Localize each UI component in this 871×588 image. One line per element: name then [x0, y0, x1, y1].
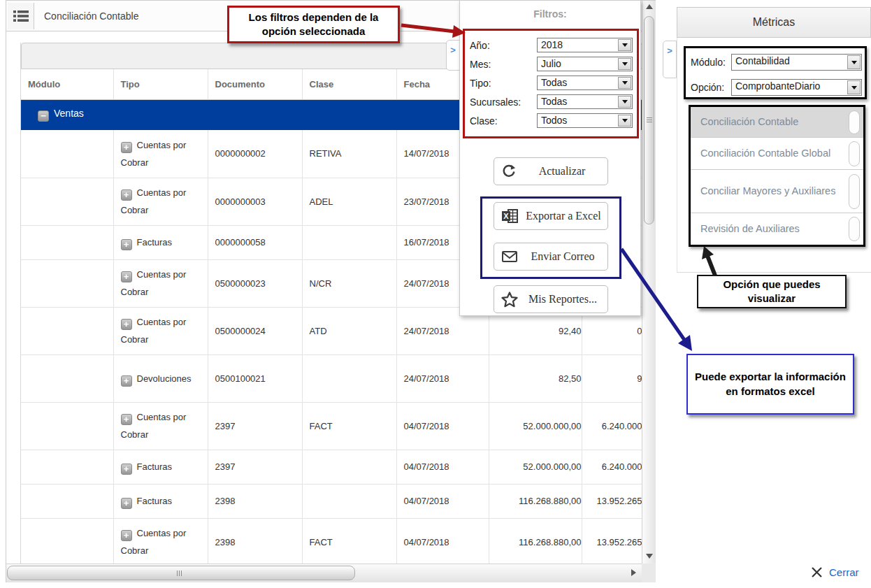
callout-filters: Los filtros dependen de la opción selecc…	[227, 6, 400, 43]
collapse-icon[interactable]	[38, 110, 49, 122]
cell-monto2: 6.240.000	[589, 461, 642, 472]
expand-icon[interactable]	[121, 464, 132, 475]
filter-row-anio: Año: 2018	[470, 36, 633, 55]
close-icon	[811, 566, 823, 578]
table-row[interactable]: Cuentas por Cobrar 2397 FACT 04/07/2018 …	[21, 402, 642, 450]
list-icon	[13, 10, 29, 22]
dropdown-arrow-icon[interactable]	[618, 115, 631, 127]
module-select[interactable]: Contabilidad	[731, 54, 862, 71]
cell-fecha: 04/07/2018	[396, 484, 489, 518]
excel-icon: X	[501, 208, 519, 224]
scroll-right-button[interactable]	[631, 569, 636, 576]
col-header-documento[interactable]: Documento	[208, 69, 302, 99]
item-scroll-handle[interactable]	[849, 110, 860, 134]
clase-select[interactable]: Todos	[537, 113, 633, 128]
cell-monto2: 13.952.265	[589, 537, 642, 547]
scroll-up-button[interactable]	[645, 2, 654, 11]
cell-monto1: 52.000.000,00	[489, 450, 582, 484]
cell-clase: ATD	[302, 307, 396, 354]
table-row[interactable]: Facturas 2398 04/07/2018 116.268.880,00 …	[21, 484, 642, 518]
list-item-revision-auxiliares[interactable]: Revisión de Auxiliares	[691, 213, 863, 245]
close-button[interactable]: Cerrar	[811, 563, 859, 581]
module-row: Módulo: Contabilidad	[691, 52, 862, 72]
vertical-scrollbar[interactable]	[642, 1, 656, 564]
table-row[interactable]: Devoluciones 0500100021 24/07/2018 82,50…	[21, 354, 642, 402]
anio-label: Año:	[470, 40, 537, 51]
dropdown-arrow-icon[interactable]	[847, 80, 861, 94]
refresh-button[interactable]: Actualizar	[494, 157, 608, 185]
table-row[interactable]: Cuentas por Cobrar 2398 FACT 04/07/2018 …	[21, 518, 642, 564]
expand-icon[interactable]	[121, 530, 132, 541]
expand-icon[interactable]	[121, 142, 132, 153]
table-row[interactable]: Facturas 2397 04/07/2018 52.000.000,00 6…	[21, 450, 642, 484]
expand-icon[interactable]	[121, 375, 132, 387]
list-item-conciliacion-contable[interactable]: Conciliación Contable	[691, 107, 863, 138]
expand-icon[interactable]	[121, 271, 132, 282]
vertical-scroll-thumb[interactable]	[644, 16, 654, 224]
cell-tipo: Facturas	[137, 237, 173, 248]
filter-row-clase: Clase: Todos	[470, 111, 633, 130]
cell-documento: 2398	[208, 518, 302, 564]
chevron-right-icon	[667, 45, 672, 56]
expand-icon[interactable]	[121, 189, 132, 201]
dropdown-arrow-icon[interactable]	[618, 58, 631, 70]
horizontal-scroll-thumb[interactable]	[7, 566, 355, 580]
cell-monto1: 116.268.880,00	[489, 484, 582, 518]
cell-monto2: 6.240.000	[589, 421, 642, 431]
horizontal-scrollbar[interactable]	[6, 564, 642, 582]
cell-documento: 2397	[208, 402, 302, 450]
send-mail-button[interactable]: Enviar Correo	[494, 243, 608, 271]
tipo-select[interactable]: Todas	[537, 76, 633, 90]
filters-expand-tab[interactable]	[446, 40, 460, 71]
list-item-conciliacion-contable-global[interactable]: Conciliación Contable Global	[691, 138, 863, 170]
my-reports-button[interactable]: Mis Reportes...	[494, 285, 608, 313]
callout-option: Opción que puedes visualizar	[697, 275, 847, 308]
dropdown-arrow-icon[interactable]	[618, 96, 631, 108]
metrics-options-list: Conciliación Contable Conciliación Conta…	[689, 105, 865, 247]
cell-clase	[302, 225, 396, 259]
cell-documento: 0000000003	[208, 178, 302, 225]
menu-button[interactable]	[8, 3, 34, 29]
filter-row-tipo: Tipo: Todas	[470, 73, 633, 92]
expand-icon[interactable]	[121, 239, 132, 250]
list-item-conciliar-mayores[interactable]: Conciliar Mayores y Auxiliares	[691, 170, 863, 213]
app-window: Conciliación Contable Módulo Tipo Docume…	[0, 0, 871, 588]
item-scroll-handle[interactable]	[849, 217, 860, 241]
expand-icon[interactable]	[121, 498, 132, 509]
scroll-down-button[interactable]	[645, 552, 654, 561]
anio-select[interactable]: 2018	[537, 38, 633, 52]
metrics-expand-tab[interactable]	[663, 41, 677, 78]
item-scroll-handle[interactable]	[849, 174, 860, 209]
cell-tipo: Facturas	[137, 496, 173, 506]
item-scroll-handle[interactable]	[849, 141, 860, 166]
scrollbar-corner	[642, 564, 656, 582]
cell-tipo: Facturas	[137, 461, 173, 472]
refresh-icon	[501, 164, 517, 179]
col-header-tipo[interactable]: Tipo	[113, 69, 208, 99]
sucursales-label: Sucursales:	[470, 96, 537, 108]
callout-export: Puede exportar la información en formato…	[686, 354, 854, 415]
mes-select[interactable]: Julio	[537, 57, 633, 71]
cell-clase: FACT	[302, 518, 396, 564]
cell-clase: FACT	[302, 402, 396, 450]
expand-icon[interactable]	[121, 319, 132, 330]
expand-icon[interactable]	[121, 414, 132, 425]
cell-documento: 0500100021	[208, 354, 302, 402]
option-label: Opción:	[691, 82, 731, 93]
dropdown-arrow-icon[interactable]	[618, 77, 631, 89]
sucursales-select[interactable]: Todas	[537, 94, 633, 109]
cell-documento: 0500000024	[208, 307, 302, 354]
page-title: Conciliación Contable	[44, 1, 138, 31]
export-excel-button[interactable]: X Exportar a Excel	[494, 202, 608, 230]
filters-panel: Filtros: Año: 2018 Mes: Julio Tipo: Tod	[459, 0, 641, 316]
dropdown-arrow-icon[interactable]	[618, 39, 631, 51]
col-header-modulo[interactable]: Módulo	[21, 69, 113, 99]
dropdown-arrow-icon[interactable]	[847, 55, 861, 69]
metrics-header: Métricas	[677, 7, 871, 38]
option-select[interactable]: ComprobanteDiario	[731, 79, 862, 96]
cell-documento: 0500000023	[208, 259, 302, 307]
cell-monto2: 13.952.265	[589, 496, 642, 506]
cell-tipo: Devoluciones	[137, 373, 192, 384]
col-header-clase[interactable]: Clase	[302, 69, 396, 99]
cell-clase: ADEL	[302, 178, 396, 225]
